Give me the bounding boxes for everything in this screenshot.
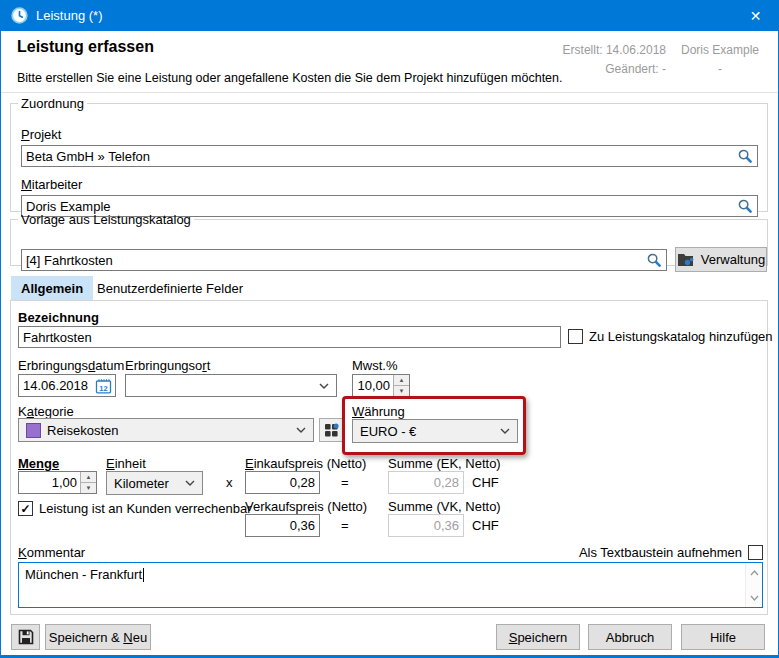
menge-spinner[interactable]: ▲ ▼ [18, 471, 97, 494]
textbaustein-row: Als Textbaustein aufnehmen [579, 545, 763, 560]
vorlage-group: Vorlage aus Leistungskatalog Verwaltung [10, 212, 768, 266]
einkaufspreis-input[interactable] [246, 472, 319, 493]
created-name: Doris Example [674, 43, 766, 57]
equals-sign: = [341, 475, 349, 490]
erbringungsort-combo[interactable] [125, 374, 337, 397]
mwst-spin-buttons: ▲ ▼ [393, 375, 409, 396]
mwst-input[interactable] [353, 375, 393, 396]
kategorie-combo[interactable]: Reisekosten [18, 418, 314, 442]
catalog-folder-icon [677, 252, 695, 267]
erbringungsdatum-label: Erbringungsdatum [18, 358, 124, 373]
erbringungsort-label: Erbringungsort [125, 358, 210, 373]
kategorie-value: Reisekosten [47, 423, 290, 438]
einkaufspreis-field[interactable] [245, 471, 320, 494]
vorlage-search-icon[interactable] [642, 252, 666, 268]
abbruch-label: Abbruch [606, 630, 654, 645]
abbruch-button[interactable]: Abbruch [588, 624, 672, 650]
kommentar-scrollbar[interactable] [745, 563, 762, 607]
chevron-down-icon [296, 427, 306, 433]
zu-katalog-label: Zu Leistungskatalog hinzufügen [589, 329, 773, 344]
bezeichnung-label: Bezeichnung [18, 310, 99, 325]
textbaustein-label: Als Textbaustein aufnehmen [579, 545, 742, 560]
scroll-down-icon[interactable] [746, 590, 762, 605]
mwst-label: Mwst.% [352, 358, 398, 373]
kommentar-label: Kommentar [18, 545, 85, 560]
tab-benutzerdefinierte-felder[interactable]: Benutzerdefinierte Felder [87, 276, 253, 300]
einheit-value: Kilometer [114, 476, 179, 491]
summe-ek-value [389, 472, 463, 493]
projekt-input[interactable] [22, 146, 733, 166]
verkaufspreis-label: Verkaufspreis (Netto) [245, 499, 367, 514]
summe-ek-label: Summe (EK, Netto) [388, 456, 501, 471]
tab-allgemein-label: Allgemein [21, 281, 83, 296]
textbaustein-checkbox[interactable] [748, 545, 763, 560]
vorlage-field[interactable] [21, 249, 667, 271]
chevron-down-icon [319, 383, 329, 389]
erbringungsdatum-field[interactable]: 12 [18, 374, 116, 397]
spin-down-icon[interactable]: ▼ [394, 385, 409, 396]
kommentar-field[interactable]: München - Frankfurt [18, 562, 763, 608]
mitarbeiter-label: Mitarbeiter [21, 177, 82, 192]
spin-up-icon[interactable]: ▲ [394, 375, 409, 385]
projekt-search-icon[interactable] [733, 148, 757, 164]
close-button[interactable]: ✕ [733, 0, 778, 31]
record-meta: Erstellt: 14.06.2018 Doris Example Geänd… [563, 43, 766, 76]
menge-input[interactable] [19, 472, 80, 493]
kategorie-color-swatch [26, 423, 41, 438]
spin-down-icon[interactable]: ▼ [81, 482, 96, 493]
floppy-disk-icon [18, 629, 34, 645]
speichern-neu-button[interactable]: Speichern & Neu [45, 624, 151, 650]
summe-ek-field [388, 471, 464, 494]
vorlage-input[interactable] [22, 250, 642, 270]
verwaltung-button[interactable]: Verwaltung [675, 247, 767, 272]
allgemein-panel: Bezeichnung Zu Leistungskatalog hinzufüg… [10, 300, 768, 615]
verrechenbar-checkbox[interactable]: ✓ [18, 501, 33, 516]
svg-text:12: 12 [99, 383, 107, 392]
kategorie-verwaltung-button[interactable] [319, 418, 343, 442]
chevron-down-icon [500, 428, 510, 434]
titlebar[interactable]: Leistung (*) ✕ [1, 0, 778, 31]
summe-vk-field [388, 514, 464, 537]
bezeichnung-field[interactable] [18, 326, 561, 348]
calendar-icon[interactable]: 12 [92, 378, 115, 394]
created-date: 14.06.2018 [606, 43, 666, 57]
tab-allgemein[interactable]: Allgemein [11, 276, 93, 300]
waehrung-combo[interactable]: EURO - € [352, 419, 518, 443]
verkaufspreis-input[interactable] [246, 515, 319, 536]
zu-katalog-checkbox[interactable] [568, 329, 583, 344]
vorlage-legend: Vorlage aus Leistungskatalog [18, 212, 194, 227]
scroll-up-icon[interactable] [746, 565, 762, 580]
verkaufspreis-field[interactable] [245, 514, 320, 537]
kommentar-value: München - Frankfurt [25, 567, 142, 582]
verrechenbar-label: Leistung ist an Kunden verrechenbar [39, 501, 251, 516]
modified-label: Geändert: [605, 62, 658, 76]
kategorie-label: Kategorie [18, 404, 74, 419]
created-label: Erstellt: [563, 43, 603, 57]
hilfe-button[interactable]: Hilfe [681, 624, 765, 650]
categories-grid-icon [324, 423, 339, 438]
speichern-button[interactable]: Speichern [496, 624, 580, 650]
waehrung-label: Währung [352, 404, 405, 419]
zuordnung-legend: Zuordnung [18, 96, 87, 111]
verwaltung-label: Verwaltung [701, 252, 765, 267]
projekt-field[interactable] [21, 145, 758, 167]
currency-ek-label: CHF [472, 475, 499, 490]
einheit-combo[interactable]: Kilometer [106, 471, 203, 495]
kommentar-text[interactable]: München - Frankfurt [19, 563, 745, 607]
speichern-neu-label: Speichern & Neu [49, 630, 147, 645]
created-line: Erstellt: 14.06.2018 [563, 43, 666, 57]
spin-up-icon[interactable]: ▲ [81, 472, 96, 482]
times-sign: x [226, 475, 233, 490]
page-title: Leistung erfassen [17, 38, 154, 56]
bezeichnung-input[interactable] [19, 327, 560, 347]
einkaufspreis-label: Einkaufspreis (Netto) [245, 456, 366, 471]
modified-line: Geändert: - [563, 62, 666, 76]
tab-benutzerdefinierte-felder-label: Benutzerdefinierte Felder [97, 281, 243, 296]
einheit-label: Einheit [106, 456, 146, 471]
summe-vk-label: Summe (VK, Netto) [388, 499, 501, 514]
menge-spin-buttons: ▲ ▼ [80, 472, 96, 493]
mwst-spinner[interactable]: ▲ ▼ [352, 374, 410, 397]
erbringungsdatum-input[interactable] [19, 375, 92, 396]
save-icon-button[interactable] [11, 624, 40, 650]
window-title: Leistung (*) [36, 8, 102, 23]
